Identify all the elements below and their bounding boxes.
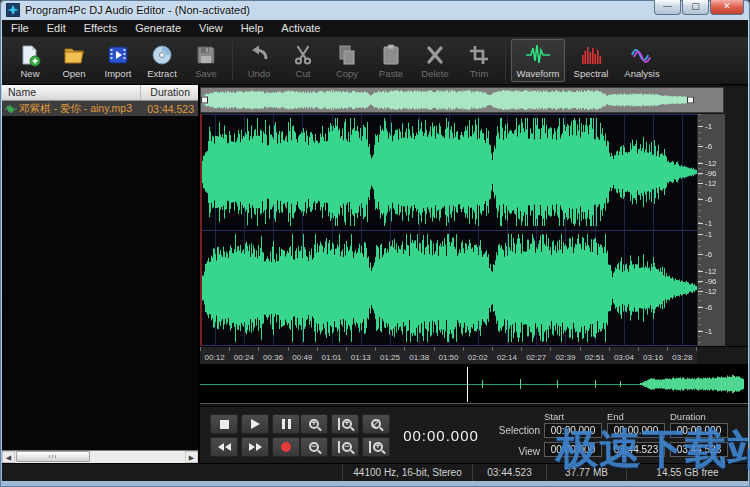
toolbar-file-group: New Open Import	[8, 37, 228, 84]
overview-waveform-canvas[interactable]	[201, 88, 723, 112]
menu-item-effects[interactable]: Effects	[75, 20, 126, 37]
timeline-ruler[interactable]: 00:1200:2400:3600:4901:0101:1301:2501:38…	[200, 347, 697, 364]
extract-button[interactable]: Extract	[141, 39, 183, 82]
status-file-size: 37.77 MB	[546, 464, 626, 481]
timeline-tick-label: 02:51	[580, 353, 609, 364]
file-list-horizontal-scrollbar[interactable]: ◀ ▶	[2, 450, 198, 463]
spectral-button[interactable]: Spectral	[567, 39, 615, 82]
scroll-right-arrow-icon[interactable]: ▶	[185, 451, 198, 463]
menu-item-edit[interactable]: Edit	[38, 20, 75, 37]
save-button[interactable]: Save	[185, 39, 227, 82]
overview-left-handle[interactable]	[201, 97, 208, 104]
menu-item-activate[interactable]: Activate	[272, 20, 329, 37]
open-label: Open	[62, 68, 85, 79]
view-end-field[interactable]	[607, 442, 665, 457]
view-start-field[interactable]	[544, 442, 602, 457]
audio-file-icon	[5, 104, 17, 114]
minimize-button[interactable]: —	[654, 0, 681, 15]
db-scale-ruler: -1-6-12-96-12-6-1-1-6-12-96-12-6-1	[697, 114, 725, 346]
transport-buttons	[210, 414, 300, 457]
overview-right-handle[interactable]	[687, 97, 694, 104]
import-video-icon	[106, 43, 130, 67]
menu-item-view[interactable]: View	[190, 20, 232, 37]
extract-cd-icon	[150, 43, 174, 67]
zoom-in-vertical-icon	[338, 418, 340, 430]
scroll-left-arrow-icon[interactable]: ◀	[2, 451, 15, 463]
cut-button[interactable]: Cut	[282, 39, 324, 82]
trim-button[interactable]: Trim	[458, 39, 500, 82]
selection-end-field[interactable]	[607, 423, 665, 438]
db-label: -6	[705, 142, 712, 151]
toolbar-view-group: Waveform Spectral	[510, 37, 668, 84]
fast-forward-button[interactable]	[241, 437, 269, 457]
stop-button[interactable]	[210, 414, 238, 434]
zoom-out-vertical-button[interactable]	[331, 437, 359, 457]
selection-start-field[interactable]	[544, 423, 602, 438]
file-row[interactable]: 邓紫棋 - 爱你 - ainy.mp3 03:44.523	[2, 101, 198, 116]
db-tick	[698, 183, 703, 184]
undo-button[interactable]: Undo	[238, 39, 280, 82]
zoom-in-vertical-button[interactable]	[331, 414, 359, 434]
paste-button[interactable]: Paste	[370, 39, 412, 82]
analysis-button[interactable]: Analysis	[617, 39, 667, 82]
open-button[interactable]: Open	[53, 39, 95, 82]
timeline-tick-label: 03:16	[639, 353, 668, 364]
rewind-icon	[225, 443, 231, 451]
db-tick	[698, 281, 703, 282]
db-tick	[698, 234, 703, 235]
menu-bar: FileEditEffectsGenerateViewHelpActivate	[2, 20, 748, 37]
undo-label: Undo	[248, 68, 271, 79]
play-button[interactable]	[241, 414, 269, 434]
zoom-to-selection-icon	[369, 441, 371, 453]
timeline-tick-label: 03:04	[609, 353, 638, 364]
zoom-buttons	[300, 414, 390, 457]
close-button[interactable]: ✕	[710, 0, 744, 15]
record-button[interactable]	[272, 437, 300, 457]
column-header-duration[interactable]: Duration	[140, 85, 198, 100]
selection-duration-field[interactable]	[670, 423, 728, 438]
column-header-name[interactable]: Name	[2, 85, 140, 100]
db-tick	[698, 126, 703, 127]
file-duration: 03:44.523	[136, 103, 198, 115]
new-button[interactable]: New	[9, 39, 51, 82]
save-label: Save	[195, 68, 217, 79]
menu-item-help[interactable]: Help	[232, 20, 273, 37]
view-row-label: View	[460, 446, 540, 457]
import-button[interactable]: Import	[97, 39, 139, 82]
main-waveform-canvas[interactable]	[200, 114, 697, 346]
field-headers: Start End Duration	[544, 411, 728, 422]
zoom-out-horizontal-button[interactable]	[300, 437, 328, 457]
menu-item-generate[interactable]: Generate	[126, 20, 190, 37]
pause-button[interactable]	[272, 414, 300, 434]
copy-pages-icon	[335, 43, 359, 67]
timeline-tick-label: 00:12	[200, 353, 229, 364]
cut-label: Cut	[296, 68, 311, 79]
save-floppy-icon	[194, 43, 218, 67]
rewind-button[interactable]	[210, 437, 238, 457]
db-tick	[698, 223, 703, 224]
scrollbar-track[interactable]	[15, 451, 185, 463]
maximize-button[interactable]: ▢	[682, 0, 709, 15]
copy-button[interactable]: Copy	[326, 39, 368, 82]
title-bar[interactable]: Program4Pc DJ Audio Editor - (Non-activa…	[0, 0, 750, 20]
db-tick	[698, 146, 703, 147]
db-minor-ticks	[698, 114, 701, 346]
view-duration-field[interactable]	[670, 442, 728, 457]
zoom-in-vertical-icon	[342, 419, 352, 429]
waveform-button[interactable]: Waveform	[511, 39, 565, 82]
db-label: -96	[705, 168, 717, 177]
menu-item-file[interactable]: File	[2, 20, 38, 37]
monitor-strip[interactable]	[200, 364, 748, 404]
scrollbar-thumb[interactable]	[16, 451, 90, 462]
window-title: Program4Pc DJ Audio Editor - (Non-activa…	[25, 4, 250, 16]
rewind-icon	[218, 443, 224, 451]
copy-label: Copy	[336, 68, 358, 79]
stop-icon	[220, 420, 229, 429]
delete-button[interactable]: Delete	[414, 39, 456, 82]
monitor-strip-canvas[interactable]	[200, 366, 744, 403]
zoom-in-horizontal-button[interactable]	[300, 414, 328, 434]
timeline-tick-label: 03:28	[668, 353, 697, 364]
timeline-tick-label: 01:50	[434, 353, 463, 364]
waveform-overview-strip[interactable]	[200, 87, 724, 113]
db-label: -12	[705, 178, 717, 187]
